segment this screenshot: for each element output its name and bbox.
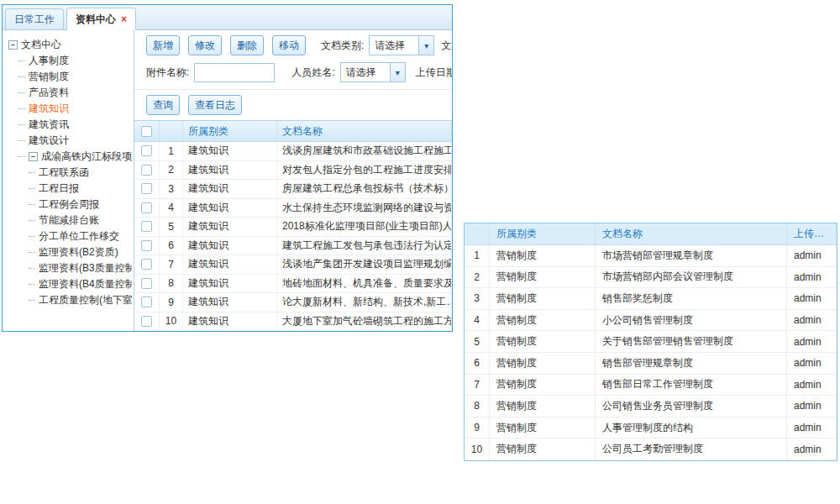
- uploader-column-header: 上传…: [787, 223, 837, 244]
- table-row[interactable]: 7 营销制度 销售部日常工作管理制度 admin: [465, 375, 837, 396]
- row-uploader: admin: [787, 267, 837, 288]
- view-log-button[interactable]: 查看日志: [188, 95, 242, 115]
- table-row[interactable]: 1 建筑知识 浅谈房屋建筑和市政基础设施工程施工…: [134, 142, 452, 161]
- tree-item-level2[interactable]: 工程日报: [8, 181, 132, 197]
- row-number: 5: [160, 218, 183, 236]
- delete-button[interactable]: 删除: [230, 35, 264, 55]
- row-number: 7: [465, 375, 490, 396]
- tree-root-label: 文档中心: [21, 38, 61, 52]
- query-button[interactable]: 查询: [146, 95, 180, 115]
- filter-area: 新增 修改 删除 移动 文档类别: 请选择 ▾ 文档 附件名称: 人员姓名:: [134, 30, 452, 89]
- row-doc-name: 对发包人指定分包的工程施工进度安排…: [277, 161, 452, 180]
- row-category: 建筑知识: [183, 180, 277, 198]
- row-category: 建筑知识: [183, 161, 277, 180]
- row-number: 7: [160, 255, 183, 274]
- person-name-select[interactable]: 请选择 ▾: [340, 62, 406, 82]
- row-checkbox[interactable]: [141, 202, 152, 213]
- row-doc-name: 小公司销售管理制度: [596, 310, 787, 331]
- row-doc-name: 公司员工考勤管理制度: [596, 438, 787, 459]
- edit-button[interactable]: 修改: [188, 35, 222, 55]
- tree-level2-list: 工程联系函 工程日报 工程例会周报 节能减排台账 分工单位工作移交 监理资料(B…: [8, 165, 132, 308]
- table-row[interactable]: 8 营销制度 公司销售业务员管理制度 admin: [465, 396, 837, 417]
- tree-item-level2[interactable]: 监理资料(B2资质): [8, 244, 132, 260]
- doc-category2-partial-label: 文档: [441, 39, 452, 53]
- tree-item-level1[interactable]: 人事制度: [8, 53, 132, 69]
- table-row[interactable]: 6 建筑知识 建筑工程施工发包与承包违法行为认定…: [134, 237, 452, 256]
- checkbox-cell: [134, 255, 160, 274]
- row-checkbox[interactable]: [141, 145, 152, 156]
- documents-table: 所属别类 文档名称 1 建筑知识 浅谈房屋建筑和市政基础设施工程施工…: [134, 120, 452, 331]
- tab-label: 日常工作: [14, 13, 55, 27]
- table-row[interactable]: 1 营销制度 市场营销部管理规章制度 admin: [465, 245, 837, 267]
- tab-daily-work[interactable]: 日常工作: [5, 8, 64, 29]
- table-row[interactable]: 5 营销制度 关于销售部管理销售管理制度 admin: [465, 331, 837, 353]
- panel-body: 文档中心 人事制度 营销制度 产品资料 建筑知识 建筑资讯 建筑设计: [3, 30, 452, 331]
- row-category: 营销制度: [490, 396, 596, 417]
- table-row[interactable]: 8 建筑知识 地砖地面材料、机具准备、质量要求及…: [134, 275, 452, 294]
- row-number: 2: [465, 267, 490, 288]
- row-checkbox[interactable]: [141, 297, 152, 307]
- row-checkbox[interactable]: [141, 240, 152, 251]
- row-number: 10: [160, 312, 183, 331]
- checkbox-cell: [134, 312, 160, 331]
- tree-item-level2[interactable]: 分工单位工作移交: [8, 228, 132, 244]
- add-button[interactable]: 新增: [146, 35, 180, 55]
- table-row[interactable]: 3 建筑知识 房屋建筑工程总承包投标书（技术标）…: [134, 180, 452, 199]
- tree-subroot[interactable]: 成渝高铁内江标段项目: [8, 149, 132, 165]
- dropdown-arrow-icon[interactable]: ▾: [390, 63, 405, 81]
- tab-bar: 日常工作 资料中心 ×: [3, 5, 452, 30]
- row-number: 1: [465, 245, 490, 266]
- row-category: 建筑知识: [183, 237, 277, 255]
- table-row[interactable]: 6 营销制度 销售部管理规章制度 admin: [465, 353, 837, 375]
- table-row[interactable]: 10 营销制度 公司员工考勤管理制度 admin: [465, 438, 837, 460]
- row-checkbox[interactable]: [141, 316, 152, 327]
- attachment-name-input[interactable]: [194, 63, 275, 82]
- tree-item-level1[interactable]: 建筑设计: [8, 133, 132, 149]
- dropdown-arrow-icon[interactable]: ▾: [418, 36, 433, 55]
- tree-item-level1[interactable]: 产品资料: [8, 85, 132, 101]
- tree-item-level2[interactable]: 节能减排台账: [8, 213, 132, 228]
- table-row[interactable]: 9 建筑知识 论大厦新材料、新结构、新技术,新工…: [134, 293, 452, 312]
- move-button[interactable]: 移动: [272, 35, 306, 55]
- table-row[interactable]: 2 建筑知识 对发包人指定分包的工程施工进度安排…: [134, 161, 452, 181]
- row-checkbox[interactable]: [141, 278, 152, 289]
- table-row[interactable]: 2 营销制度 市场营销部内部会议管理制度 admin: [465, 267, 837, 289]
- row-checkbox[interactable]: [141, 165, 152, 176]
- doc-category-select[interactable]: 请选择 ▾: [369, 35, 434, 55]
- tree-item-level1[interactable]: 建筑知识: [8, 101, 132, 117]
- row-category: 建筑知识: [183, 312, 277, 331]
- collapse-icon[interactable]: [8, 40, 18, 50]
- table-row[interactable]: 10 建筑知识 大厦地下室加气砼墙砌筑工程的施工方…: [134, 312, 452, 332]
- tab-data-center[interactable]: 资料中心 ×: [66, 8, 136, 30]
- tree-item-level2[interactable]: 工程质量控制(地下室): [8, 292, 132, 308]
- row-uploader: admin: [787, 245, 837, 266]
- doc-category-label: 文档类别:: [321, 39, 364, 53]
- collapse-icon[interactable]: [29, 152, 38, 161]
- tree-item-level1[interactable]: 建筑资讯: [8, 117, 132, 133]
- tab-close-icon[interactable]: ×: [121, 14, 127, 24]
- row-checkbox[interactable]: [141, 259, 152, 270]
- table-row[interactable]: 5 建筑知识 2018标准化监理项目部(业主项目部)人员…: [134, 218, 452, 237]
- tree-item-level1[interactable]: 营销制度: [8, 69, 132, 85]
- table-row[interactable]: 9 营销制度 人事管理制度的结构 admin: [465, 417, 837, 439]
- tree-item-level2[interactable]: 监理资料(B3质量控制): [8, 260, 132, 276]
- table-row[interactable]: 4 营销制度 小公司销售管理制度 admin: [465, 310, 837, 332]
- tree-root[interactable]: 文档中心: [8, 37, 132, 53]
- row-number: 4: [465, 310, 490, 331]
- table-row[interactable]: 4 建筑知识 水土保持生态环境监测网络的建设与资…: [134, 199, 452, 218]
- document-center-window: 日常工作 资料中心 × 文档中心 人事制度 营销制度 产品资料 建筑: [2, 4, 453, 332]
- tree-item-level2[interactable]: 监理资料(B4质量控制): [8, 276, 132, 292]
- row-checkbox[interactable]: [141, 183, 152, 194]
- tree-item-level2[interactable]: 工程联系函: [8, 165, 132, 181]
- tree-item-level2[interactable]: 工程例会周报: [8, 197, 132, 213]
- person-name-value: 请选择: [341, 66, 390, 80]
- select-all-checkbox[interactable]: [141, 126, 152, 137]
- number-column-header: [465, 223, 490, 244]
- row-checkbox[interactable]: [141, 221, 152, 232]
- table-row[interactable]: 3 营销制度 销售部奖惩制度 admin: [465, 288, 837, 310]
- table-row[interactable]: 7 建筑知识 浅谈地产集团开发建设项目监理规划编…: [134, 255, 452, 275]
- row-category: 营销制度: [490, 375, 596, 396]
- row-number: 3: [465, 288, 490, 309]
- checkbox-cell: [134, 218, 160, 236]
- row-category: 营销制度: [490, 245, 596, 266]
